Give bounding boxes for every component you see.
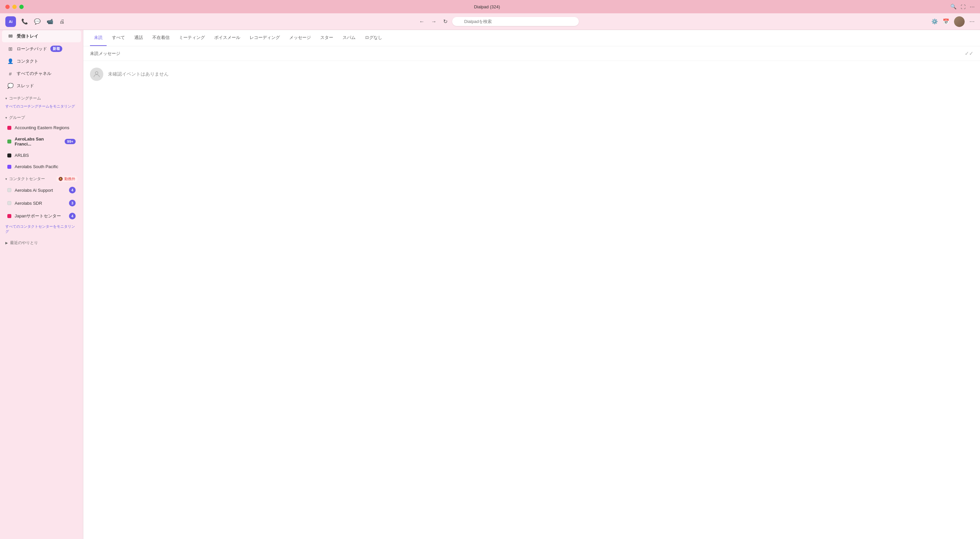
sidebar-item-aerolabs-sf[interactable]: AeroLabs San Franci... 99+ [2,133,81,149]
off-duty-badge: 🔕 勤務外 [56,176,78,182]
cc-label: Aerolabs Ai Support [15,188,53,193]
sidebar-item-aerolabs-sp[interactable]: Aerolabs South Pacific [2,161,81,172]
empty-avatar-icon [90,68,103,81]
tab-recording[interactable]: レコーディング [246,30,284,46]
cc-label: Aerolabs SDR [15,201,42,206]
tab-voicemail[interactable]: ボイスメール [210,30,244,46]
group-label: Aerolabs South Pacific [15,164,58,169]
calendar-icon[interactable]: 📅 [943,18,949,25]
chevron-down-icon: ▾ [5,97,7,100]
group-dot [7,201,11,205]
person-icon: 👤 [7,58,13,64]
sidebar-item-ai-support[interactable]: Aerolabs Ai Support 4 [2,184,81,197]
coaching-section-header[interactable]: ▾ コーチングチーム [0,92,83,103]
search-input[interactable] [452,17,579,26]
thread-icon: 💭 [7,83,13,89]
bell-off-icon: 🔕 [58,177,63,181]
sidebar-item-launchpad[interactable]: ⊞ ローンチパッド 新着 [2,43,81,55]
forward-button[interactable]: → [429,17,439,26]
sidebar-item-sdr[interactable]: Aerolabs SDR 3 [2,197,81,209]
sidebar-item-inbox[interactable]: ✉ 受信トレイ [2,30,81,42]
print-icon[interactable]: 🖨 [59,19,65,25]
sidebar-item-label: ローンチパッド [17,46,47,52]
contact-center-section-header[interactable]: ▾ コンタクトセンター 🔕 勤務外 [0,173,83,184]
grid-icon: ⊞ [7,46,13,52]
badge-num: 4 [69,187,76,193]
content-area: 未読 すべて 通話 不在着信 ミーティング ボイスメール レコーディング メッセ… [83,30,980,539]
tab-meetings[interactable]: ミーティング [175,30,209,46]
group-dot [7,165,11,169]
contact-center-monitor-link[interactable]: すべてのコンタクトセンターをモニタリング [0,223,83,237]
tab-unread[interactable]: 未読 [90,30,107,46]
tabs: 未読 すべて 通話 不在着信 ミーティング ボイスメール レコーディング メッセ… [83,30,980,46]
mark-all-read-button[interactable]: ✓✓ [965,50,973,57]
coaching-section-label: コーチングチーム [9,95,41,101]
sidebar-item-label: スレッド [17,83,34,89]
unread-header: 未読メッセージ ✓✓ [83,46,980,61]
window-controls [5,5,24,9]
main-layout: ✉ 受信トレイ ⊞ ローンチパッド 新着 👤 コンタクト # すべてのチャネル … [0,30,980,539]
group-dot [7,126,11,130]
resize-icon[interactable]: ⛶ [961,4,966,10]
badge-num: 4 [69,213,76,219]
group-label: ARLBS [15,153,29,158]
titlebar: Dialpad (324) 🔍 ⛶ ⋯ [0,0,980,13]
svg-point-0 [95,71,98,74]
toolbar-center: ← → ↻ 🔍 [71,17,925,26]
toolbar-left: Ai 📞 💬 📹 🖨 [5,16,65,27]
phone-icon[interactable]: 📞 [21,18,28,25]
sidebar-item-arlbs[interactable]: ARLBS [2,150,81,161]
maximize-button[interactable] [19,5,24,9]
tab-missed[interactable]: 不在着信 [148,30,173,46]
content-main: 未読メッセージ ✓✓ 未確認イベントはありません [83,46,980,539]
tab-spam[interactable]: スパム [339,30,360,46]
sidebar-item-threads[interactable]: 💭 スレッド [2,80,81,92]
chevron-down-icon: ▾ [5,116,7,119]
sidebar-item-channels[interactable]: # すべてのチャネル [2,68,81,79]
search-icon[interactable]: 🔍 [950,4,957,10]
badge-99plus: 99+ [65,139,76,144]
groups-section-header[interactable]: ▾ グループ [0,111,83,122]
search-wrapper: 🔍 [452,17,579,26]
sidebar-item-label: 受信トレイ [17,33,38,39]
back-button[interactable]: ← [417,17,426,26]
group-label: Accounting Eastern Regions [15,125,69,130]
chat-icon[interactable]: 💬 [34,18,41,25]
recent-section-header[interactable]: ▶ 最近のやりとり [0,237,83,247]
ai-logo[interactable]: Ai [5,16,16,27]
new-badge: 新着 [50,46,62,52]
group-dot [7,188,11,192]
minimize-button[interactable] [12,5,17,9]
tab-no-log[interactable]: ログなし [361,30,386,46]
groups-section-label: グループ [9,115,25,120]
hash-icon: # [7,71,13,76]
tab-all[interactable]: すべて [108,30,129,46]
more-options-icon[interactable]: ⋯ [969,18,975,25]
close-button[interactable] [5,5,10,9]
avatar[interactable] [954,16,965,27]
badge-num: 3 [69,200,76,206]
off-duty-label: 勤務外 [64,176,75,181]
tab-calls[interactable]: 通話 [130,30,147,46]
settings-icon[interactable]: ⚙️ [931,18,938,25]
sidebar-item-label: すべてのチャネル [17,71,51,76]
sidebar-item-label: コンタクト [17,58,38,64]
recent-section-label: 最近のやりとり [10,240,38,246]
more-icon[interactable]: ⋯ [970,4,975,10]
empty-state: 未確認イベントはありません [83,61,980,87]
sidebar-item-accounting[interactable]: Accounting Eastern Regions [2,122,81,133]
unread-header-label: 未読メッセージ [90,51,120,57]
coaching-monitor-link[interactable]: すべてのコーチングチームをモニタリング [0,103,83,111]
inbox-icon: ✉ [7,33,13,39]
tab-messages[interactable]: メッセージ [285,30,315,46]
contact-center-section-label: コンタクトセンター [9,176,45,182]
sidebar-item-contacts[interactable]: 👤 コンタクト [2,55,81,67]
video-icon[interactable]: 📹 [47,18,53,25]
sidebar-item-japan[interactable]: Japanサポートセンター 4 [2,210,81,222]
empty-state-text: 未確認イベントはありません [108,71,169,77]
refresh-button[interactable]: ↻ [441,17,450,26]
tab-starred[interactable]: スター [316,30,337,46]
toolbar: Ai 📞 💬 📹 🖨 ← → ↻ 🔍 ⚙️ 📅 ⋯ [0,13,980,30]
chevron-right-icon: ▶ [5,241,8,245]
toolbar-icons: 📞 💬 📹 🖨 [21,18,65,25]
